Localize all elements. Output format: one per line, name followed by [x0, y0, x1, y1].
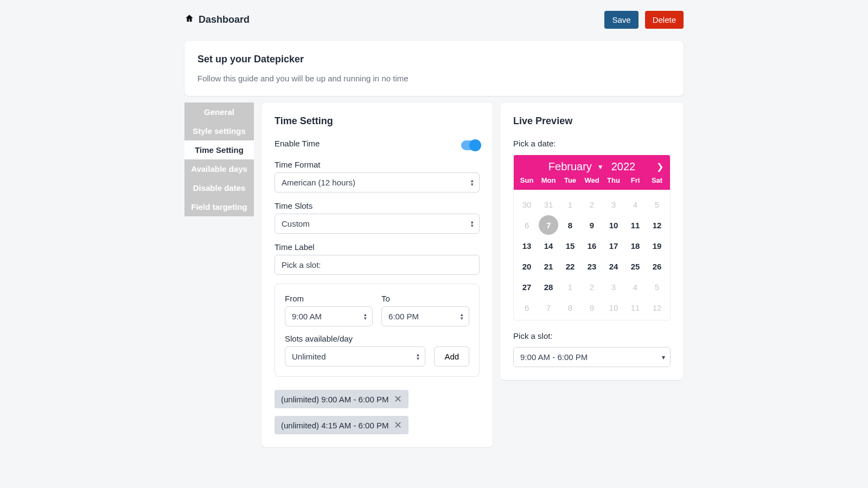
sidebar-item[interactable]: Field targeting [184, 197, 254, 216]
slots-avail-select[interactable]: Unlimited [285, 346, 425, 367]
time-slots-label: Time Slots [275, 201, 480, 210]
enable-time-label: Enable Time [275, 139, 320, 148]
from-select[interactable]: 9:00 AM [285, 306, 373, 326]
cal-day: 2 [581, 194, 603, 215]
chevron-right-icon[interactable]: ❯ [656, 162, 663, 172]
to-select[interactable]: 6:00 PM [381, 306, 469, 326]
cal-day[interactable]: 23 [581, 256, 603, 277]
to-label: To [381, 294, 469, 303]
cal-day[interactable]: 20 [516, 256, 538, 277]
cal-day[interactable]: 7 [538, 215, 559, 235]
slot-tag: (unlimited) 9:00 AM - 6:00 PM✕ [275, 390, 409, 408]
pick-slot-label: Pick a slot: [513, 331, 671, 341]
cal-dow-cell: Sat [646, 176, 668, 184]
cal-dow-cell: Tue [559, 176, 581, 184]
intro-title: Set up your Datepicker [197, 54, 671, 65]
cal-day: 9 [581, 297, 603, 318]
cal-day: 11 [624, 297, 646, 318]
cal-day: 4 [624, 277, 646, 297]
cal-day[interactable]: 9 [581, 215, 603, 235]
cal-day: 31 [538, 194, 559, 215]
cal-day[interactable]: 10 [603, 215, 624, 235]
time-format-select[interactable]: American (12 hours) [275, 172, 480, 192]
cal-day: 7 [538, 297, 559, 318]
close-icon[interactable]: ✕ [394, 394, 402, 404]
cal-day: 1 [559, 194, 581, 215]
chevron-down-icon[interactable]: ▼ [597, 163, 604, 171]
cal-day: 8 [559, 297, 581, 318]
cal-day[interactable]: 8 [559, 215, 581, 235]
cal-dow-cell: Wed [581, 176, 603, 184]
cal-day[interactable]: 11 [624, 215, 646, 235]
time-label-input[interactable] [275, 255, 480, 275]
cal-day[interactable]: 19 [646, 235, 668, 256]
cal-day: 5 [646, 194, 668, 215]
enable-time-toggle[interactable] [461, 140, 480, 150]
cal-day: 6 [516, 297, 538, 318]
cal-day[interactable]: 16 [581, 235, 603, 256]
sidebar-item[interactable]: Disable dates [184, 178, 254, 197]
cal-day[interactable]: 27 [516, 277, 538, 297]
cal-day: 3 [603, 277, 624, 297]
time-slots-select[interactable]: Custom [275, 214, 480, 234]
cal-day[interactable]: 15 [559, 235, 581, 256]
time-format-label: Time Format [275, 160, 480, 169]
slot-tag: (unlimited) 4:15 AM - 6:00 PM✕ [275, 416, 409, 434]
close-icon[interactable]: ✕ [394, 420, 402, 430]
cal-year[interactable]: 2022 [608, 160, 636, 173]
cal-day: 12 [646, 297, 668, 318]
slots-avail-label: Slots available/day [285, 334, 425, 343]
cal-dow-cell: Fri [624, 176, 646, 184]
sidebar-item[interactable]: Style settings [184, 121, 254, 140]
cal-day[interactable]: 13 [516, 235, 538, 256]
cal-day: 4 [624, 194, 646, 215]
cal-day[interactable]: 18 [624, 235, 646, 256]
cal-day: 10 [603, 297, 624, 318]
sidebar-item[interactable]: General [184, 102, 254, 121]
cal-day[interactable]: 25 [624, 256, 646, 277]
save-button[interactable]: Save [604, 11, 638, 29]
cal-day[interactable]: 26 [646, 256, 668, 277]
cal-day[interactable]: 14 [538, 235, 559, 256]
sidebar-item[interactable]: Time Setting [184, 140, 254, 159]
cal-day: 6 [516, 215, 538, 235]
from-label: From [285, 294, 373, 303]
cal-day[interactable]: 17 [603, 235, 624, 256]
slot-tag-label: (unlimited) 9:00 AM - 6:00 PM [281, 395, 388, 404]
cal-day[interactable]: 24 [603, 256, 624, 277]
cal-day: 1 [559, 277, 581, 297]
cal-day[interactable]: 22 [559, 256, 581, 277]
preview-title: Live Preview [513, 115, 671, 127]
cal-day: 2 [581, 277, 603, 297]
cal-day: 5 [646, 277, 668, 297]
cal-dow-cell: Thu [603, 176, 624, 184]
slot-tag-label: (unlimited) 4:15 AM - 6:00 PM [281, 421, 388, 430]
cal-day[interactable]: 28 [538, 277, 559, 297]
slot-select[interactable]: 9:00 AM - 6:00 PM [513, 347, 671, 367]
intro-subtitle: Follow this guide and you will be up and… [197, 74, 671, 83]
add-slot-button[interactable]: Add [434, 346, 469, 367]
time-section-title: Time Setting [275, 115, 480, 127]
page-title: Dashboard [199, 14, 250, 25]
cal-dow-cell: Mon [538, 176, 559, 184]
time-label-label: Time Label [275, 242, 480, 252]
pick-date-label: Pick a date: [513, 139, 671, 148]
cal-day: 3 [603, 194, 624, 215]
cal-dow-cell: Sun [516, 176, 538, 184]
cal-day[interactable]: 21 [538, 256, 559, 277]
cal-month[interactable]: February [548, 160, 593, 173]
delete-button[interactable]: Delete [645, 11, 684, 29]
sidebar-item[interactable]: Available days [184, 159, 254, 178]
home-icon [184, 14, 194, 26]
cal-day: 30 [516, 194, 538, 215]
cal-day[interactable]: 12 [646, 215, 668, 235]
